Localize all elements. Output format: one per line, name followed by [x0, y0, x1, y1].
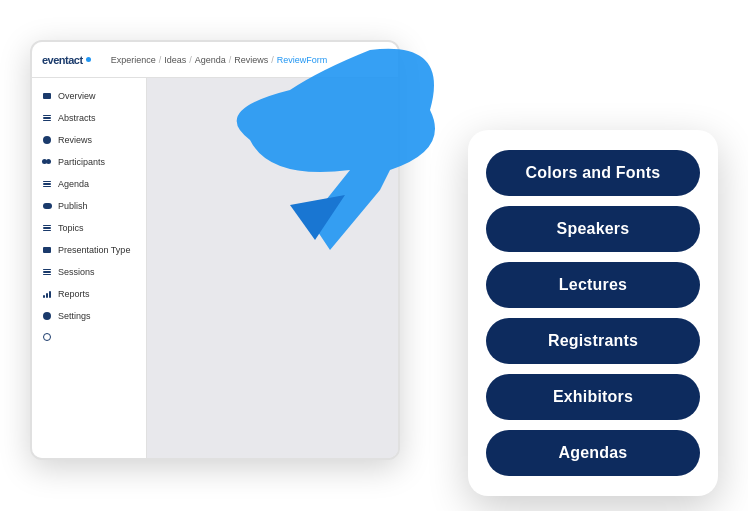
speakers-button[interactable]: Speakers: [486, 206, 700, 252]
sidebar-item-topics[interactable]: Topics: [32, 218, 146, 238]
sidebar-label-participants: Participants: [58, 157, 105, 167]
sidebar-label-topics: Topics: [58, 223, 84, 233]
app-logo: eventact: [42, 54, 91, 66]
app-body: Overview Abstracts Reviews Participants …: [32, 78, 398, 458]
logo-text: eventact: [42, 54, 83, 66]
agendas-button[interactable]: Agendas: [486, 430, 700, 476]
sessions-icon: [42, 268, 52, 276]
sidebar-label-presentation-type: Presentation Type: [58, 245, 130, 255]
scene: eventact Experience / Ideas / Agenda / R…: [0, 0, 748, 511]
agenda-icon: [42, 180, 52, 188]
sidebar-label-settings: Settings: [58, 311, 91, 321]
settings-icon: [42, 312, 52, 320]
overview-icon: [42, 92, 52, 100]
exhibitors-button[interactable]: Exhibitors: [486, 374, 700, 420]
colors-and-fonts-button[interactable]: Colors and Fonts: [486, 150, 700, 196]
lectures-button[interactable]: Lectures: [486, 262, 700, 308]
sidebar-item-abstracts[interactable]: Abstracts: [32, 108, 146, 128]
breadcrumb: Experience / Ideas / Agenda / Reviews / …: [111, 55, 328, 65]
participants-icon: [42, 158, 52, 166]
sidebar-item-overview[interactable]: Overview: [32, 86, 146, 106]
sidebar-label-reviews: Reviews: [58, 135, 92, 145]
presentation-type-icon: [42, 246, 52, 254]
sidebar: Overview Abstracts Reviews Participants …: [32, 78, 147, 458]
reviews-icon: [42, 136, 52, 144]
logo-dot: [86, 57, 91, 62]
sidebar-item-participants[interactable]: Participants: [32, 152, 146, 172]
breadcrumb-item-2: Ideas: [164, 55, 186, 65]
sidebar-item-presentation-type[interactable]: Presentation Type: [32, 240, 146, 260]
menu-panel: Colors and Fonts Speakers Lectures Regis…: [468, 130, 718, 496]
reports-icon: [42, 290, 52, 298]
main-content: [147, 78, 398, 458]
sidebar-label-agenda: Agenda: [58, 179, 89, 189]
abstracts-icon: [42, 114, 52, 122]
breadcrumb-item-1: Experience: [111, 55, 156, 65]
sidebar-label-sessions: Sessions: [58, 267, 95, 277]
sidebar-item-sessions[interactable]: Sessions: [32, 262, 146, 282]
sidebar-item-reports[interactable]: Reports: [32, 284, 146, 304]
breadcrumb-item-5: ReviewForm: [277, 55, 328, 65]
sidebar-label-abstracts: Abstracts: [58, 113, 96, 123]
breadcrumb-item-3: Agenda: [195, 55, 226, 65]
app-window: eventact Experience / Ideas / Agenda / R…: [30, 40, 400, 460]
sidebar-item-publish[interactable]: Publish: [32, 196, 146, 216]
app-topbar: eventact Experience / Ideas / Agenda / R…: [32, 42, 398, 78]
sidebar-label-reports: Reports: [58, 289, 90, 299]
breadcrumb-item-4: Reviews: [234, 55, 268, 65]
search-icon: [42, 333, 52, 341]
sidebar-item-search[interactable]: [32, 328, 146, 346]
sidebar-item-agenda[interactable]: Agenda: [32, 174, 146, 194]
publish-icon: [42, 202, 52, 210]
registrants-button[interactable]: Registrants: [486, 318, 700, 364]
sidebar-item-reviews[interactable]: Reviews: [32, 130, 146, 150]
sidebar-label-overview: Overview: [58, 91, 96, 101]
sidebar-item-settings[interactable]: Settings: [32, 306, 146, 326]
topics-icon: [42, 224, 52, 232]
sidebar-label-publish: Publish: [58, 201, 88, 211]
